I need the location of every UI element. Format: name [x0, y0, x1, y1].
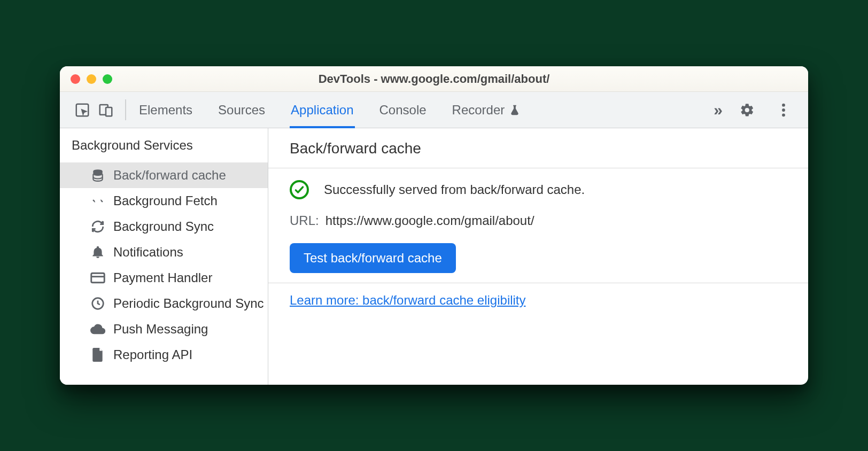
learn-more-link[interactable]: Learn more: back/forward cache eligibili… [290, 293, 526, 307]
more-tabs-icon[interactable]: » [714, 101, 723, 119]
svg-rect-7 [91, 273, 105, 283]
inspect-element-icon[interactable] [71, 98, 94, 122]
sidebar-item-label: Background Fetch [113, 193, 218, 208]
svg-rect-2 [106, 107, 112, 116]
card-icon [90, 270, 106, 286]
file-icon [90, 347, 106, 363]
tab-label: Application [291, 103, 353, 118]
bell-icon [90, 244, 106, 260]
url-row: URL: https://www.google.com/gmail/about/ [290, 213, 787, 228]
window-title: DevTools - www.google.com/gmail/about/ [60, 72, 808, 86]
window-minimize-button[interactable] [87, 74, 96, 84]
panel-body: Background Services Back/forward cache B… [60, 128, 808, 385]
tab-label: Recorder [452, 103, 505, 118]
sidebar-item-label: Payment Handler [113, 270, 212, 285]
cloud-icon [90, 321, 106, 337]
database-icon [90, 167, 106, 183]
tab-application[interactable]: Application [291, 92, 353, 128]
devtools-toolbar: Elements Sources Application Console Rec… [60, 92, 808, 128]
url-value: https://www.google.com/gmail/about/ [326, 213, 534, 228]
url-label: URL: [290, 213, 319, 228]
tab-console[interactable]: Console [379, 92, 427, 128]
window-controls [71, 74, 112, 84]
sidebar-section-header: Background Services [60, 128, 268, 162]
svg-point-4 [782, 108, 785, 112]
tab-recorder[interactable]: Recorder [452, 92, 521, 128]
tab-elements[interactable]: Elements [139, 92, 192, 128]
sidebar-item-label: Notifications [113, 245, 183, 260]
tab-sources[interactable]: Sources [218, 92, 265, 128]
learn-more-row: Learn more: back/forward cache eligibili… [268, 283, 808, 323]
sidebar-item-bg-fetch[interactable]: Background Fetch [60, 188, 268, 214]
fetch-arrows-icon [90, 193, 106, 209]
status-text: Successfully served from back/forward ca… [324, 182, 585, 197]
settings-icon[interactable] [735, 98, 759, 122]
sidebar-item-bfcache[interactable]: Back/forward cache [60, 162, 268, 188]
sidebar-item-push[interactable]: Push Messaging [60, 316, 268, 342]
flask-icon [509, 104, 521, 116]
window-close-button[interactable] [71, 74, 80, 84]
devtools-window: DevTools - www.google.com/gmail/about/ E… [60, 66, 808, 385]
svg-point-5 [782, 113, 785, 116]
clock-icon [90, 296, 106, 312]
sidebar-item-label: Periodic Background Sync [113, 296, 264, 311]
status-block: Successfully served from back/forward ca… [268, 168, 808, 283]
sidebar-item-label: Push Messaging [113, 322, 208, 337]
sidebar-item-label: Back/forward cache [113, 168, 226, 183]
window-titlebar: DevTools - www.google.com/gmail/about/ [60, 66, 808, 92]
test-bfcache-button[interactable]: Test back/forward cache [290, 243, 456, 273]
sidebar: Background Services Back/forward cache B… [60, 128, 268, 385]
svg-point-3 [782, 103, 785, 106]
tab-label: Elements [139, 103, 192, 118]
device-toggle-icon[interactable] [94, 98, 118, 122]
sidebar-item-bg-sync[interactable]: Background Sync [60, 214, 268, 239]
tab-label: Console [379, 103, 427, 118]
devtools-tabs: Elements Sources Application Console Rec… [126, 92, 709, 128]
sidebar-item-reporting[interactable]: Reporting API [60, 342, 268, 368]
sidebar-item-label: Background Sync [113, 219, 214, 234]
kebab-menu-icon[interactable] [772, 98, 795, 122]
sync-icon [90, 219, 106, 235]
status-row: Successfully served from back/forward ca… [290, 180, 787, 199]
success-check-icon [290, 180, 309, 199]
main-panel: Back/forward cache Successfully served f… [268, 128, 808, 385]
sidebar-item-notifications[interactable]: Notifications [60, 239, 268, 265]
window-zoom-button[interactable] [103, 74, 112, 84]
sidebar-item-label: Reporting API [113, 347, 192, 362]
tab-label: Sources [218, 103, 265, 118]
sidebar-item-periodic-sync[interactable]: Periodic Background Sync [60, 291, 268, 316]
panel-title: Back/forward cache [268, 128, 808, 168]
sidebar-item-payment[interactable]: Payment Handler [60, 265, 268, 291]
